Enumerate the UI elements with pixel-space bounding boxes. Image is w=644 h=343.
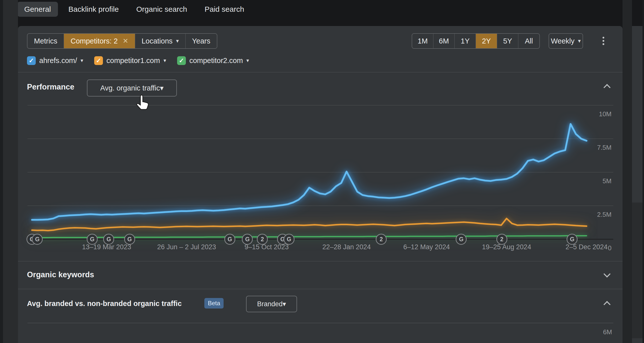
filter-years[interactable]: Years (185, 34, 217, 48)
date-range-group: 1M6M1Y2Y5YAll (412, 33, 540, 49)
tab-list: GeneralBacklink profileOrganic searchPai… (17, 0, 251, 18)
google-update-marker-icon[interactable]: G (87, 234, 98, 245)
event-marker-2-icon[interactable]: 2 (496, 234, 507, 245)
app-root: GeneralBacklink profileOrganic searchPai… (0, 0, 644, 343)
chart-gridline (28, 139, 613, 139)
tab-general[interactable]: General (17, 2, 58, 17)
series-line-competitor1-com (32, 218, 586, 230)
metric-dropdown-label: Avg. organic traffic (100, 84, 160, 92)
branded-dropdown-label: Branded (257, 300, 282, 308)
checkbox-competitor2-com[interactable]: ✓ (177, 56, 186, 65)
google-update-marker-icon[interactable]: G (284, 234, 294, 245)
x-axis-label: 6–12 May 2024 (404, 243, 450, 251)
chart-x-axis (28, 239, 613, 240)
y-axis-label: 10M (582, 110, 612, 118)
domain-label: competitor1.com (106, 57, 160, 65)
close-icon[interactable]: ✕ (123, 37, 128, 45)
chart-gridline (28, 205, 613, 206)
range-2y[interactable]: 2Y (476, 34, 497, 48)
filter-competitors-2[interactable]: Competitors: 2✕ (64, 34, 135, 48)
competitor-competitor2-com: ✓competitor2.com▾ (177, 56, 249, 65)
beta-badge: Beta (204, 298, 224, 308)
branded-chart-gridline (28, 323, 613, 323)
chevron-down-icon: ▾ (578, 38, 581, 44)
y-axis-label: 2.5M (582, 211, 612, 218)
filter-button-group: MetricsCompetitors: 2✕Locations▾Years (27, 33, 217, 49)
branded-dropdown[interactable]: Branded ▾ (246, 296, 297, 312)
tab-organic-search[interactable]: Organic search (130, 2, 194, 17)
branded-traffic-title: Avg. branded vs. non-branded organic tra… (27, 299, 182, 308)
divider (18, 261, 622, 261)
left-gutter (3, 0, 18, 343)
filter-metrics[interactable]: Metrics (28, 34, 64, 48)
competitor-ahrefs-com: ✓ahrefs.com/▾ (27, 56, 83, 65)
range-5y[interactable]: 5Y (497, 34, 518, 48)
collapse-branded-chevron-icon[interactable] (604, 301, 610, 306)
domain-label: competitor2.com (189, 57, 243, 65)
y-axis-label: 7.5M (582, 144, 612, 152)
x-axis-label: 22–28 Jan 2024 (322, 243, 371, 251)
google-update-marker-icon[interactable]: G (124, 234, 135, 245)
expand-organic-keywords-chevron-icon[interactable] (604, 272, 610, 277)
filter-locations[interactable]: Locations▾ (135, 34, 185, 48)
adjacent-panel-dark-block (632, 202, 642, 338)
branded-axis-label: 6M (582, 328, 612, 336)
right-edge (642, 0, 644, 343)
chart-gridline (28, 172, 613, 172)
filter-label: Years (192, 37, 210, 45)
competitor-toggle-row: ✓ahrefs.com/▾✓competitor1.com▾✓competito… (27, 55, 249, 66)
more-options-button[interactable] (600, 35, 606, 47)
filter-label: Metrics (34, 37, 57, 45)
chevron-down-icon: ▾ (282, 300, 286, 308)
divider (18, 289, 622, 289)
competitor-competitor1-com: ✓competitor1.com▾ (94, 56, 166, 65)
left-edge (0, 0, 3, 343)
performance-title: Performance (27, 83, 74, 92)
collapse-performance-chevron-icon[interactable] (604, 84, 610, 90)
chevron-down-icon[interactable]: ▾ (81, 58, 84, 64)
filter-label: Locations (142, 37, 172, 45)
chevron-down-icon[interactable]: ▾ (246, 58, 249, 64)
tab-backlink-profile[interactable]: Backlink profile (62, 2, 126, 17)
google-update-marker-icon[interactable]: G (224, 234, 235, 245)
right-gutter (622, 0, 632, 343)
filter-label: Competitors: 2 (70, 37, 118, 45)
chevron-down-icon: ▾ (160, 84, 164, 92)
checkbox-competitor1-com[interactable]: ✓ (94, 56, 103, 65)
domain-label: ahrefs.com/ (39, 57, 77, 65)
range-1y[interactable]: 1Y (454, 34, 476, 48)
range-1m[interactable]: 1M (412, 34, 433, 48)
organic-traffic-chart: 10M7.5M5M2.5M013–19 Mar 202326 Jun – 2 J… (28, 105, 613, 239)
metric-dropdown[interactable]: Avg. organic traffic ▾ (87, 80, 177, 97)
range-all[interactable]: All (518, 34, 539, 48)
event-marker-2-icon[interactable]: 2 (257, 234, 268, 245)
x-axis-label: 19–25 Aug 2024 (482, 243, 531, 251)
checkbox-ahrefs-com[interactable]: ✓ (27, 56, 36, 65)
chevron-down-icon: ▾ (176, 38, 179, 44)
interval-label: Weekly (551, 37, 574, 45)
chevron-down-icon[interactable]: ▾ (163, 58, 166, 64)
tab-paid-search[interactable]: Paid search (198, 2, 251, 17)
x-axis-label: 26 Jun – 2 Jul 2023 (157, 243, 216, 251)
event-marker-2-icon[interactable]: 2 (376, 234, 387, 245)
chart-gridline (28, 105, 613, 106)
divider (18, 72, 622, 73)
organic-keywords-title: Organic keywords (27, 270, 94, 279)
range-6m[interactable]: 6M (433, 34, 454, 48)
interval-dropdown[interactable]: Weekly ▾ (548, 33, 583, 49)
y-axis-label: 5M (582, 177, 612, 185)
top-tab-bar: GeneralBacklink profileOrganic searchPai… (0, 0, 644, 26)
